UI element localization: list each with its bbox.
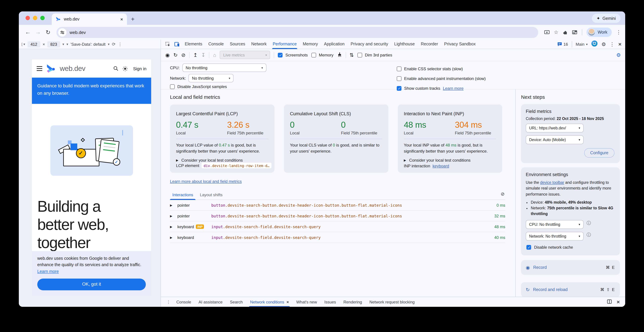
drawer-tab-network-request-blocking[interactable]: Network request blocking [366,297,418,307]
configure-button[interactable]: Configure [584,148,614,158]
gemini-button[interactable]: ✦ Gemini [592,14,620,23]
site-search-icon[interactable] [114,66,119,71]
table-row[interactable]: ▶ pointer button.devsite-search-button.d… [170,200,505,211]
tab-network[interactable]: Network [248,40,270,49]
disable-js-samples-checkbox[interactable]: Disable JavaScript samples [170,84,266,89]
cookie-ok-button[interactable]: OK, got it [37,278,146,290]
address-bar[interactable]: web.dev [56,27,538,38]
paint-instrumentation-checkbox[interactable]: Enable advanced paint instrumentation (s… [397,74,486,83]
split-panel-icon[interactable] [607,299,612,305]
history-dropdown[interactable]: Live metrics ▾ [220,51,270,59]
device-menu-icon[interactable]: ⋮ [118,42,122,47]
tab-performance[interactable]: Performance [270,40,300,49]
env-network-select[interactable]: Network: No throttling▾ [526,232,584,241]
env-cpu-select[interactable]: CPU: No throttling▾ [526,220,584,229]
inp-interaction-link[interactable]: keyboard [432,164,449,168]
ai-assistant-icon[interactable] [591,40,598,48]
browser-tab[interactable]: web.dev × [52,14,127,25]
zoom-dropdown[interactable]: ▾ [62,42,64,46]
save-data-dropdown[interactable]: 'Save-Data': default [70,42,106,46]
new-tab-button[interactable]: + [131,16,134,22]
close-window-button[interactable] [26,16,30,20]
main-context-dropdown[interactable]: Main ▾ [576,42,588,46]
search-tabs-icon[interactable] [572,30,578,35]
inp-consider-disclosure[interactable]: ▶ Consider your local test conditions [404,158,496,163]
console-messages-button[interactable]: 16 [558,42,568,46]
metrics-learn-more-link[interactable]: Learn more about local and field metrics [170,179,242,184]
rotate-device-icon[interactable]: ⟳ [112,42,116,47]
extensions-puzzle-icon[interactable] [563,30,568,35]
sign-in-link[interactable]: Sign in [133,66,147,71]
back-button[interactable]: ← [23,29,33,36]
tab-sources[interactable]: Sources [227,40,248,49]
install-icon[interactable] [544,30,550,35]
cookie-learn-more-link[interactable]: Learn more [37,269,59,274]
table-row[interactable]: ▶ keyboard input.devsite-search-field.de… [170,232,505,243]
devtools-close-icon[interactable]: × [618,41,622,47]
tab-elements[interactable]: Elements [182,40,205,49]
site-settings-icon[interactable] [58,28,66,36]
close-drawer-icon[interactable]: × [616,299,620,305]
disclosure-triangle-icon[interactable]: ▶ [170,214,178,218]
drawer-tab-console[interactable]: Console [173,297,195,307]
load-profile-icon[interactable]: ↥ [193,52,198,58]
devtools-settings-icon[interactable]: ⚙ [601,41,606,47]
drawer-tab-rendering[interactable]: Rendering [340,297,366,307]
minimize-window-button[interactable] [33,16,37,20]
device-width-input[interactable]: 412 [28,41,40,47]
device-preset-dropdown[interactable]: [▾ [22,42,25,46]
network-throttling-select[interactable]: No throttling▾ [189,74,234,82]
drawer-tab-search[interactable]: Search [226,297,246,307]
tab-memory[interactable]: Memory [300,40,321,49]
tab-close-icon[interactable]: × [120,17,123,22]
drawer-tab-ai-assistance[interactable]: AI assistance [195,297,226,307]
drawer-tab-whats-new[interactable]: What's new [292,297,321,307]
clear-log-icon[interactable]: ⊘ [501,191,504,196]
forward-button[interactable]: → [33,29,43,36]
tab-recorder[interactable]: Recorder [418,40,441,49]
maximize-window-button[interactable] [40,16,45,20]
drawer-tab-issues[interactable]: Issues [321,297,340,307]
theme-toggle-icon[interactable] [122,66,128,72]
hamburger-menu-icon[interactable] [36,66,42,71]
collect-garbage-icon[interactable] [337,52,342,58]
toggle-device-toolbar-icon[interactable] [172,42,182,46]
info-icon[interactable]: ⓘ [586,220,591,226]
cpu-throttling-select[interactable]: No throttling▾ [182,64,266,72]
screenshots-checkbox[interactable]: ✓ Screenshots [278,52,308,57]
info-icon[interactable]: ⓘ [586,232,591,238]
tab-layout-shifts[interactable]: Layout shifts [198,191,225,200]
record-reload-icon[interactable]: ↻ [173,52,178,58]
lcp-consider-disclosure[interactable]: ▶ Consider your local test conditions [176,158,268,163]
custom-tracks-learn-more-link[interactable]: Learn more [443,86,464,90]
close-drawer-tab-icon[interactable]: × [286,300,289,304]
throttle-dropdown[interactable]: ▾ [66,42,68,46]
tab-interactions[interactable]: Interactions [170,191,196,200]
save-profile-icon[interactable]: ↧ [201,52,206,58]
inspect-element-icon[interactable] [163,42,172,47]
record-button[interactable]: ◉ Record ⌘ E [521,260,620,275]
tab-console[interactable]: Console [205,40,227,49]
profile-button[interactable]: Work [586,28,612,37]
css-selector-stats-checkbox[interactable]: Enable CSS selector stats (slow) [397,64,486,73]
drawer-menu-icon[interactable]: ⋮ [164,300,173,304]
tab-lighthouse[interactable]: Lighthouse [391,40,418,49]
clear-recording-icon[interactable]: ⊘ [181,52,186,58]
field-device-select[interactable]: Device: Auto (Mobile)▾ [526,136,584,144]
devtools-menu-icon[interactable]: ⋮ [610,41,614,47]
tab-privacy-sandbox[interactable]: Privacy Sandbox [441,40,479,49]
memory-checkbox[interactable]: Memory [312,52,334,57]
record-icon[interactable]: ◉ [165,52,170,58]
tab-privacy-security[interactable]: Privacy and security [348,40,391,49]
table-row[interactable]: ▶ keyboardINP input.devsite-search-field… [170,222,505,232]
reload-button[interactable]: ↻ [43,29,53,36]
disclosure-triangle-icon[interactable]: ▶ [170,236,178,239]
field-url-select[interactable]: URL: https://web.dev/▾ [526,124,584,132]
device-height-input[interactable]: 823 [47,41,60,47]
disclosure-triangle-icon[interactable]: ▶ [170,225,178,228]
capture-settings-gear-icon[interactable]: ⚙ [616,52,621,58]
record-and-reload-button[interactable]: ↻ Record and reload ⌘ ⇧ E [521,282,620,297]
device-toolbar-link[interactable]: device toolbar [540,180,564,184]
lcp-element-chip[interactable]: div.devsite-landing-row-item-d… [202,163,272,168]
custom-tracks-checkbox[interactable]: ✓ Show custom tracks Learn more [397,84,486,92]
